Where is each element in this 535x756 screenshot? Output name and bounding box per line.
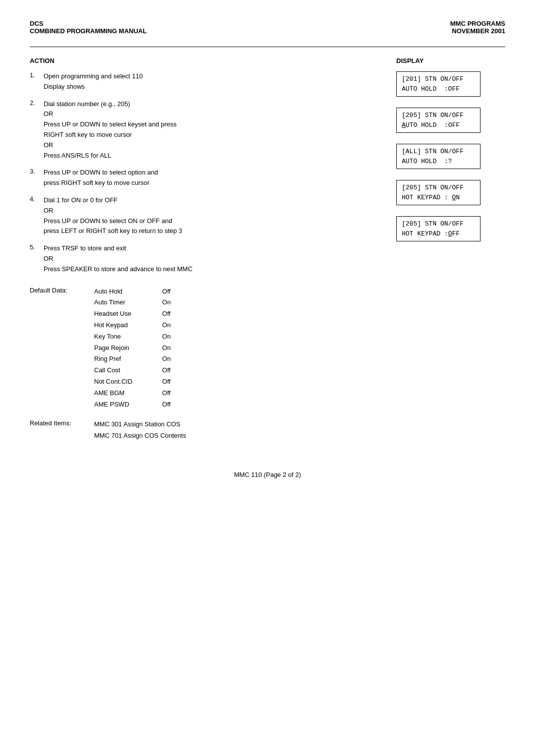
header-subtitle-left: COMBINED PROGRAMMING MANUAL [30,27,147,35]
display-box-4-line2: HOT KEYPAD : ON [402,193,475,203]
data-value-headset-use: Off [162,309,170,319]
data-name-auto-hold: Auto Hold [94,287,132,297]
related-item-2: MMC 701 Assign COS Contents [94,431,186,441]
action-number-4: 4. [30,195,44,203]
data-value-auto-hold: Off [162,287,170,297]
data-name-page-rejoin: Page Rejoin [94,343,132,353]
action-number-1: 1. [30,71,44,79]
data-value-ame-bgm: Off [162,388,170,399]
data-col-names: Auto Hold Auto Timer Headset Use Hot Key… [94,287,132,410]
display-box-4: [205] STN ON/OFF HOT KEYPAD : ON [396,180,481,205]
display-box-3: [ALL] STN ON/OFF AUTO HOLD :? [396,144,481,169]
action-number-2: 2. [30,99,44,107]
action-text-5: Press TRSF to store and exit OR Press SP… [44,243,193,274]
data-name-headset-use: Headset Use [94,309,132,319]
header-divider [30,47,505,47]
display-box-4-line1: [205] STN ON/OFF [402,183,475,193]
action-number-5: 5. [30,243,44,251]
display-box-1-line2: AUTO HOLD :OFF [402,84,475,94]
header-subtitle-right: NOVEMBER 2001 [450,27,505,35]
data-name-key-tone: Key Tone [94,332,132,342]
action-text-1: Open programming and select 110 Display … [44,71,143,92]
related-items-section: Related Items: MMC 301 Assign Station CO… [30,419,396,441]
data-name-ame-bgm: AME BGM [94,388,132,399]
display-box-3-line1: [ALL] STN ON/OFF [402,147,475,157]
default-data-table: Auto Hold Auto Timer Headset Use Hot Key… [94,287,171,410]
data-value-hot-keypad: On [162,320,170,331]
related-item-1: MMC 301 Assign Station COS [94,419,186,430]
action-item-5: 5. Press TRSF to store and exit OR Press… [30,243,396,274]
actions-column: ACTION 1. Open programming and select 11… [30,57,396,441]
data-name-not-cont-cid: Not Cont.CID [94,377,132,387]
default-data-section: Default Data: Auto Hold Auto Timer Heads… [30,287,396,410]
header-title-right: MMC PROGRAMS [450,20,505,27]
data-value-ame-pswd: Off [162,400,170,410]
display-box-5-line1: [205] STN ON/OFF [402,219,475,229]
header-left: DCS COMBINED PROGRAMMING MANUAL [30,20,147,35]
action-number-3: 3. [30,168,44,175]
data-value-call-cost: Off [162,365,170,376]
data-name-auto-timer: Auto Timer [94,297,132,308]
related-items-content: MMC 301 Assign Station COS MMC 701 Assig… [94,419,186,441]
data-value-auto-timer: On [162,297,170,308]
display-box-2-line1: [205] STN ON/OFF [402,111,475,120]
display-box-2-line2: AUTO HOLD :OFF [402,120,475,130]
data-name-call-cost: Call Cost [94,365,132,376]
action-item-1: 1. Open programming and select 110 Displ… [30,71,396,92]
action-text-4: Dial 1 for ON or 0 for OFF OR Press UP o… [44,195,182,236]
page-header: DCS COMBINED PROGRAMMING MANUAL MMC PROG… [30,20,505,35]
data-value-page-rejoin: On [162,343,170,353]
action-section-title: ACTION [30,57,396,64]
action-item-3: 3. Press UP or DOWN to select option and… [30,168,396,188]
display-box-1: [201] STN ON/OFF AUTO HOLD :OFF [396,71,481,97]
related-items-label: Related Items: [30,419,84,427]
footer-text: MMC 110 (Page 2 of 2) [234,471,301,478]
main-content: ACTION 1. Open programming and select 11… [30,57,505,441]
data-col-values: Off On Off On On On On Off Off Off Off [162,287,170,410]
page-footer: MMC 110 (Page 2 of 2) [30,471,505,478]
header-right: MMC PROGRAMS NOVEMBER 2001 [450,20,505,35]
display-column: DISPLAY [201] STN ON/OFF AUTO HOLD :OFF … [396,57,505,441]
header-title-left: DCS [30,20,147,27]
data-value-ring-pref: On [162,354,170,364]
action-text-2: Dial station number (e.g., 205) OR Press… [44,99,177,161]
data-value-not-cont-cid: Off [162,377,170,387]
display-box-5: [205] STN ON/OFF HOT KEYPAD :OFF [396,216,481,241]
action-text-3: Press UP or DOWN to select option and pr… [44,168,158,188]
display-box-2: [205] STN ON/OFF AUTO HOLD :OFF [396,108,481,133]
display-section-title: DISPLAY [396,57,505,64]
action-item-2: 2. Dial station number (e.g., 205) OR Pr… [30,99,396,161]
display-box-5-line2: HOT KEYPAD :OFF [402,229,475,239]
default-data-label: Default Data: [30,287,84,294]
action-item-4: 4. Dial 1 for ON or 0 for OFF OR Press U… [30,195,396,236]
display-box-3-line2: AUTO HOLD :? [402,157,475,167]
data-name-hot-keypad: Hot Keypad [94,320,132,331]
display-box-1-line1: [201] STN ON/OFF [402,74,475,84]
action-list: 1. Open programming and select 110 Displ… [30,71,396,275]
data-name-ring-pref: Ring Pref [94,354,132,364]
data-name-ame-pswd: AME PSWD [94,400,132,410]
data-value-key-tone: On [162,332,170,342]
